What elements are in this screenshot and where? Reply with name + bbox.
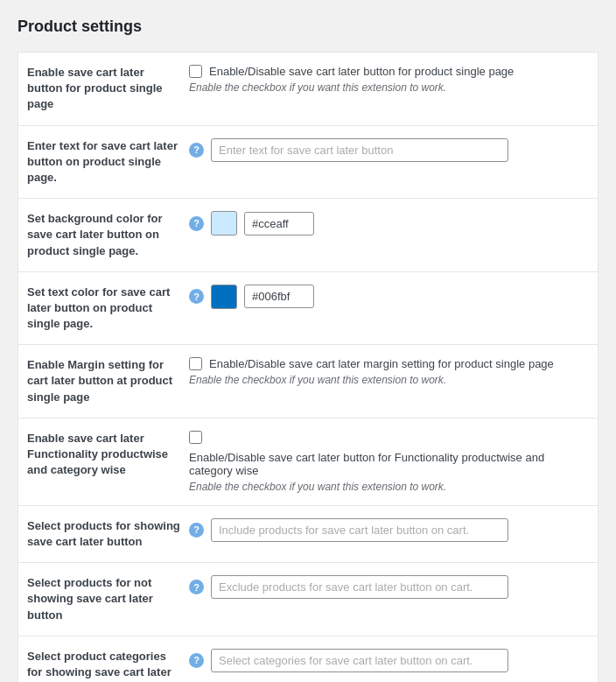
help-icon-select-products-show[interactable]: ? [189, 523, 204, 538]
row-enable-save-cart: Enable save cart later button for produc… [18, 53, 598, 126]
control-select-products-not-show: ? [189, 575, 589, 599]
control-bg-color: ? [189, 211, 589, 236]
row-select-products-not-show: Select products for not showing save car… [18, 563, 598, 636]
page-title: Product settings [18, 18, 598, 36]
input-select-products-show[interactable] [211, 518, 508, 542]
checkbox-enable-save-cart[interactable] [189, 65, 202, 78]
label-select-products-show: Select products for showing save cart la… [27, 518, 189, 550]
row-enable-functionality: Enable save cart later Functionality pro… [18, 418, 598, 506]
input-select-categories[interactable] [211, 649, 508, 672]
label-select-products-not-show: Select products for not showing save car… [27, 575, 189, 623]
row-select-products-show: Select products for showing save cart la… [18, 506, 598, 563]
label-enable-margin: Enable Margin setting for cart later but… [27, 357, 189, 405]
help-icon-enter-text[interactable]: ? [189, 143, 204, 158]
checkbox-label-enable-margin: Enable/Disable save cart later margin se… [209, 357, 554, 370]
label-enable-functionality: Enable save cart later Functionality pro… [27, 431, 189, 479]
input-text-color[interactable] [244, 285, 314, 308]
help-icon-text-color[interactable]: ? [189, 289, 204, 304]
help-icon-select-products-not-show[interactable]: ? [189, 580, 204, 594]
settings-container: Enable save cart later button for produc… [18, 52, 598, 682]
color-swatch-text[interactable] [211, 285, 237, 309]
hint-enable-functionality: Enable the checkbox if you want this ext… [189, 481, 589, 493]
control-enter-text: ? [189, 138, 589, 162]
label-enter-text: Enter text for save cart later button on… [27, 138, 189, 186]
input-enter-text[interactable] [211, 138, 508, 162]
control-enable-margin: Enable/Disable save cart later margin se… [189, 357, 589, 386]
checkbox-enable-margin[interactable] [189, 357, 202, 370]
control-text-color: ? [189, 285, 589, 309]
row-select-categories: Select product categories for showing sa… [18, 636, 598, 682]
hint-enable-save-cart: Enable the checkbox if you want this ext… [189, 81, 589, 94]
label-bg-color: Set background color for save cart later… [27, 211, 189, 259]
control-enable-functionality: Enable/Disable save cart later button fo… [189, 431, 589, 493]
checkbox-label-enable-save-cart: Enable/Disable save cart later button fo… [209, 65, 514, 78]
row-enter-text: Enter text for save cart later button on… [18, 126, 598, 200]
color-swatch-bg[interactable] [211, 211, 237, 236]
checkbox-label-enable-functionality: Enable/Disable save cart later button fo… [189, 451, 589, 477]
label-select-categories: Select product categories for showing sa… [27, 649, 189, 682]
label-text-color: Set text color for save cart later butto… [27, 285, 189, 333]
control-select-categories: ? [189, 649, 589, 672]
control-select-products-show: ? [189, 518, 589, 542]
help-icon-bg-color[interactable]: ? [189, 216, 204, 231]
help-icon-select-categories[interactable]: ? [189, 653, 204, 668]
label-enable-save-cart: Enable save cart later button for produc… [27, 65, 189, 113]
input-select-products-not-show[interactable] [211, 575, 508, 599]
row-text-color: Set text color for save cart later butto… [18, 272, 598, 346]
checkbox-enable-functionality[interactable] [189, 431, 202, 444]
control-enable-save-cart: Enable/Disable save cart later button fo… [189, 65, 589, 94]
row-enable-margin: Enable Margin setting for cart later but… [18, 345, 598, 418]
row-bg-color: Set background color for save cart later… [18, 199, 598, 272]
hint-enable-margin: Enable the checkbox if you want this ext… [189, 374, 589, 386]
input-bg-color[interactable] [244, 212, 314, 236]
